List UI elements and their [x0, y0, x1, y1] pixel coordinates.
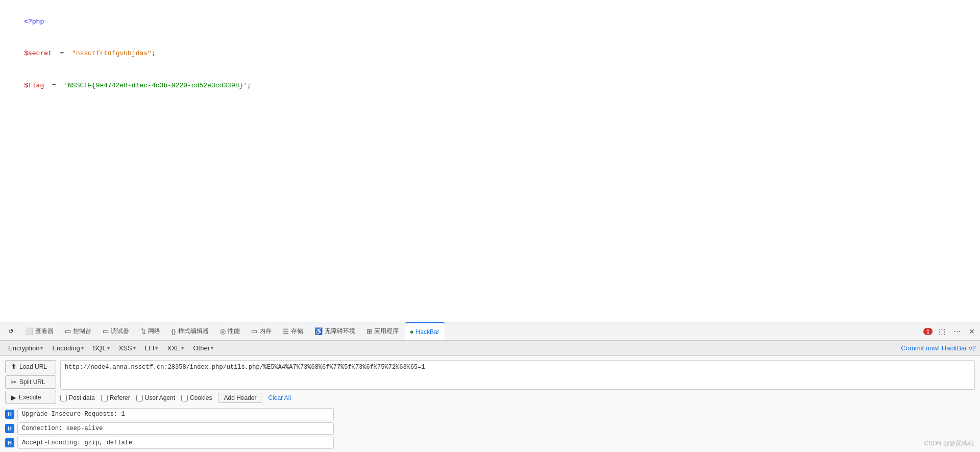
url-input[interactable]	[60, 360, 975, 390]
post-data-label: Post data	[69, 394, 95, 401]
hackbar-content: ⬆ Load URL ✂ Split URL ▶ Execute Post da…	[0, 356, 980, 408]
devtools-reload-tab[interactable]: ↺	[3, 322, 19, 340]
tab-console[interactable]: ▭ 控制台	[60, 322, 96, 340]
menu-xss[interactable]: XSS ▾	[115, 343, 140, 353]
header-badge-1: H	[5, 410, 14, 419]
code-token: <?php	[24, 18, 44, 26]
tab-performance[interactable]: ◎ 性能	[215, 322, 245, 340]
chevron-down-icon: ▾	[40, 345, 43, 351]
tab-memory[interactable]: ▭ 内存	[246, 322, 277, 340]
header-input-2[interactable]	[17, 422, 334, 435]
memory-icon: ▭	[251, 327, 257, 335]
add-header-button[interactable]: Add Header	[218, 393, 262, 403]
load-url-button[interactable]: ⬆ Load URL	[5, 360, 56, 373]
hackbar-options-row: Post data Referer User Agent Cookies Add…	[60, 393, 975, 403]
hackbar-icon: ●	[410, 328, 414, 336]
devtools-more-button[interactable]: ⋯	[951, 325, 963, 338]
tab-memory-label: 内存	[259, 327, 272, 336]
header-badge-3: H	[5, 438, 14, 447]
upload-icon: ⬆	[11, 363, 17, 371]
chevron-down-icon: ▾	[133, 345, 136, 351]
tab-hackbar-label: HackBar	[416, 328, 439, 336]
chevron-down-icon: ▾	[155, 345, 158, 351]
cookies-option[interactable]: Cookies	[181, 394, 212, 401]
tab-applications[interactable]: ⊞ 应用程序	[361, 322, 404, 340]
accessibility-icon: ♿	[314, 327, 323, 335]
tab-hackbar[interactable]: ● HackBar	[405, 322, 445, 340]
chevron-down-icon: ▾	[107, 345, 110, 351]
code-token: $secret	[24, 50, 52, 57]
network-icon: ⇅	[140, 327, 146, 335]
inspector-icon: ⬜	[25, 327, 33, 335]
user-agent-label: User Agent	[145, 394, 175, 401]
devtools-close-button[interactable]: ✕	[967, 325, 977, 338]
header-row-2: H	[5, 422, 975, 435]
execute-button[interactable]: ▶ Execute	[5, 391, 56, 404]
user-agent-option[interactable]: User Agent	[136, 394, 175, 401]
tab-debugger[interactable]: ▭ 调试器	[97, 322, 134, 340]
header-input-1[interactable]	[17, 408, 334, 420]
menu-encoding[interactable]: Encoding ▾	[48, 343, 87, 353]
referer-checkbox[interactable]	[101, 395, 108, 401]
code-token: =	[44, 82, 64, 89]
tab-accessibility-label: 无障碍环境	[325, 327, 355, 336]
menu-xxe-label: XXE	[167, 344, 180, 352]
commit-now-text: Commit now! HackBar v2	[901, 344, 976, 352]
menu-lfi[interactable]: LFI ▾	[141, 343, 162, 353]
reload-icon: ↺	[8, 327, 14, 335]
referer-label: Referer	[110, 394, 130, 401]
watermark-bottom: CSDN @妙尻璃机	[924, 439, 974, 448]
menu-encryption[interactable]: Encryption ▾	[4, 343, 47, 353]
code-display: <?php $secret = "nssctfrtdfgvhbjdas"; $f…	[0, 0, 980, 322]
tab-storage[interactable]: ☰ 存储	[278, 322, 308, 340]
split-url-button[interactable]: ✂ Split URL	[5, 375, 56, 389]
tab-style-editor[interactable]: {} 样式编辑器	[166, 322, 214, 340]
performance-icon: ◎	[220, 327, 226, 335]
post-data-option[interactable]: Post data	[60, 394, 95, 401]
code-token: ;	[152, 50, 156, 57]
tab-performance-label: 性能	[228, 327, 240, 336]
devtools-tabbar: ↺ ⬜ 查看器 ▭ 控制台 ▭ 调试器 ⇅ 网络 {} 样式编辑器 ◎ 性能 ▭…	[0, 322, 980, 340]
tab-network-label: 网络	[148, 327, 160, 336]
tab-console-label: 控制台	[73, 327, 91, 336]
menu-sql[interactable]: SQL ▾	[89, 343, 114, 353]
tab-style-label: 样式编辑器	[178, 327, 209, 336]
hackbar-action-buttons: ⬆ Load URL ✂ Split URL ▶ Execute	[5, 360, 56, 404]
menu-other[interactable]: Other ▾	[189, 343, 217, 353]
clear-all-button[interactable]: Clear All	[268, 394, 291, 401]
code-line: $secret = "nssctfrtdfgvhbjdas";	[8, 38, 972, 69]
code-token: $flag	[24, 82, 44, 89]
applications-icon: ⊞	[366, 327, 372, 335]
header-input-3[interactable]	[17, 437, 334, 449]
code-token: ;	[247, 82, 251, 89]
user-agent-checkbox[interactable]	[136, 395, 143, 401]
menu-lfi-label: LFI	[145, 344, 155, 352]
code-line: $flag = 'NSSCTF{9e4742e8-d1ec-4c3b-9220-…	[8, 70, 972, 102]
hackbar-panel: Encryption ▾ Encoding ▾ SQL ▾ XSS ▾ LFI …	[0, 340, 980, 452]
header-row-3: H	[5, 437, 975, 449]
chevron-down-icon: ▾	[211, 345, 213, 351]
menu-xss-label: XSS	[119, 344, 132, 352]
devtools-right-controls: 1 ⬚ ⋯ ✕	[923, 325, 977, 338]
menu-encoding-label: Encoding	[52, 344, 80, 352]
code-token: 'NSSCTF{9e4742e8-d1ec-4c3b-9220-cd52e3cd…	[64, 82, 247, 89]
referer-option[interactable]: Referer	[101, 394, 130, 401]
cookies-checkbox[interactable]	[181, 395, 188, 401]
code-token: =	[52, 50, 72, 57]
error-count-badge: 1	[923, 328, 933, 335]
split-url-label: Split URL	[19, 378, 45, 386]
hackbar-headers-list: H H H	[0, 408, 980, 452]
menu-other-label: Other	[193, 344, 210, 352]
code-token: "nssctfrtdfgvhbjdas"	[72, 50, 152, 57]
storage-icon: ☰	[283, 327, 289, 335]
header-badge-2: H	[5, 424, 14, 433]
style-icon: {}	[172, 327, 176, 335]
devtools-undock-button[interactable]: ⬚	[937, 325, 947, 338]
tab-accessibility[interactable]: ♿ 无障碍环境	[309, 322, 360, 340]
post-data-checkbox[interactable]	[60, 395, 67, 401]
menu-xxe[interactable]: XXE ▾	[163, 343, 188, 353]
tab-inspector[interactable]: ⬜ 查看器	[20, 322, 59, 340]
tab-applications-label: 应用程序	[374, 327, 399, 336]
tab-network[interactable]: ⇅ 网络	[135, 322, 165, 340]
play-icon: ▶	[11, 393, 16, 401]
